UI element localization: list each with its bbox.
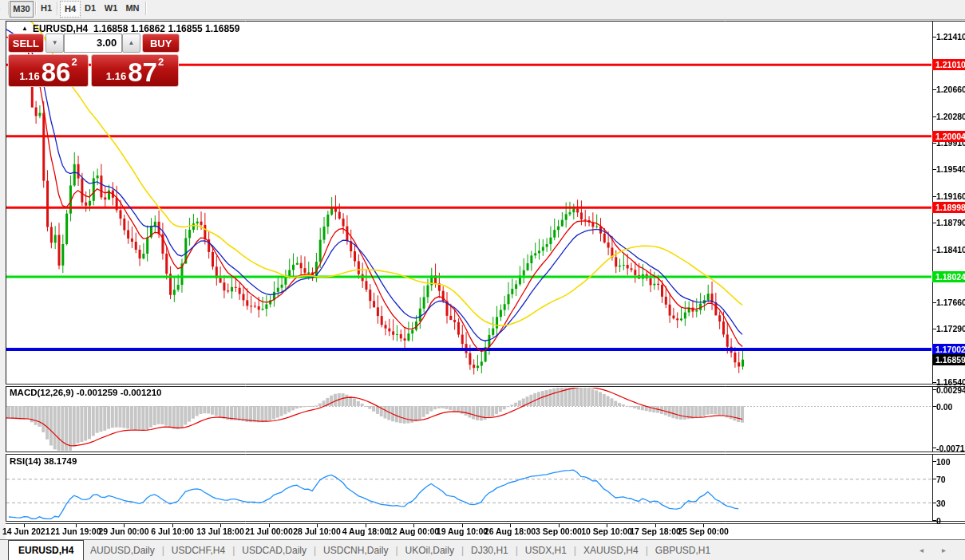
level-price-label: 1.21010	[932, 59, 965, 70]
tab-scroll-left-icon[interactable]: ◂	[920, 546, 923, 554]
sell-price-box[interactable]: 1.16 86 2	[8, 54, 89, 87]
sell-price-point: 2	[71, 55, 77, 67]
toolbar-separator	[145, 2, 147, 15]
price-tick: 1.19540	[936, 164, 965, 174]
date-axis[interactable]: 14 Jun 202121 Jun 19:0029 Jun 00:006 Jul…	[6, 524, 965, 539]
inactive-tabs: AUDUSD,Daily|USDCHF,H4|USDCAD,Daily|USDC…	[83, 540, 718, 560]
rsi-tick: 30	[936, 499, 946, 508]
price-tick: 1.20660	[936, 85, 965, 94]
toolbar-separator	[57, 2, 58, 15]
buy-price-pips: 87	[128, 61, 157, 85]
price-tick: 1.17290	[936, 324, 965, 333]
buy-price-point: 2	[158, 55, 164, 67]
volume-decrease-button[interactable]: ▼	[45, 34, 63, 53]
date-tick-label: 6 Jul 10:00	[151, 526, 194, 536]
current-price-label: 1.16859	[932, 354, 965, 365]
macd-indicator-label: MACD(12,26,9) -0.001259 -0.001210	[10, 388, 162, 397]
date-tick-label: 14 Jun 2021	[2, 526, 50, 536]
price-tick: 1.18790	[936, 218, 965, 227]
level-price-label: 1.18024	[932, 271, 965, 282]
tab-scroll-right-icon[interactable]: ▸	[942, 546, 946, 554]
tf-button-MN[interactable]: MN	[123, 1, 142, 16]
tab-usdx-h1[interactable]: USDX,H1	[518, 545, 574, 556]
chart-tab-bar: EURUSD,H4 AUDUSD,Daily|USDCHF,H4|USDCAD,…	[0, 539, 965, 560]
sell-price-prefix: 1.16	[19, 69, 39, 85]
ohlc-values: 1.16858 1.16862 1.16855 1.16859	[93, 23, 240, 34]
macd-tick: 0.00	[936, 402, 952, 412]
tab-audusd-daily[interactable]: AUDUSD,Daily	[83, 545, 162, 556]
price-tick: 1.17660	[936, 298, 965, 307]
chart-title: ▲EURUSD,H4 1.16858 1.16862 1.16855 1.168…	[22, 23, 239, 34]
toolbar-separator	[35, 2, 37, 15]
tab-usdchf-h4[interactable]: USDCHF,H4	[164, 545, 232, 556]
tab-dj30-h1[interactable]: DJ30,H1	[464, 545, 516, 556]
tab-eurusd-h4[interactable]: EURUSD,H4	[8, 540, 84, 560]
date-tick-label: 12 Aug 00:00	[388, 526, 439, 536]
date-tick-label: 10 Sep 10:00	[581, 526, 632, 536]
one-click-trade-panel: SELL ▼ 3.00 ▲ BUY 1.16 86 2 1.16 87 2	[8, 34, 180, 87]
sell-button[interactable]: SELL	[8, 34, 44, 53]
timeframe-toolbar: 5M30H1H4D1W1MN	[0, 0, 965, 20]
date-tick-label: 21 Jun 19:00	[50, 526, 101, 536]
buy-button[interactable]: BUY	[142, 34, 180, 53]
tab-usdcad-daily[interactable]: USDCAD,Daily	[235, 545, 314, 556]
symbol-label: EURUSD,H4	[33, 23, 88, 34]
price-tick: 1.20280	[936, 112, 965, 121]
buy-price-box[interactable]: 1.16 87 2	[91, 54, 179, 87]
date-tick-label: 21 Jul 00:00	[245, 526, 293, 536]
date-tick-label: 19 Aug 10:00	[437, 526, 488, 536]
date-tick-label: 3 Sep 00:00	[536, 526, 582, 536]
tf-button-5[interactable]: 5	[0, 1, 6, 16]
price-tick: 1.21410	[936, 32, 965, 41]
level-price-label: 1.20004	[932, 131, 965, 142]
macd-tick: -0.007151	[936, 444, 965, 453]
date-tick-label: 28 Jul 10:00	[293, 526, 341, 536]
date-tick-label: 17 Sep 18:00	[630, 526, 681, 536]
tab-xauusd-h4[interactable]: XAUUSD,H4	[576, 545, 646, 556]
sell-price-pips: 86	[42, 61, 71, 85]
tf-button-H4[interactable]: H4	[60, 1, 81, 18]
tab-usdcnh-daily[interactable]: USDCNH,Daily	[316, 545, 395, 556]
volume-input[interactable]: 3.00	[64, 34, 122, 53]
level-price-label: 1.18998	[932, 202, 965, 213]
date-tick-label: 4 Aug 18:00	[342, 526, 390, 536]
toolbar-separator	[8, 2, 10, 15]
macd-tick: 0.002947	[936, 385, 965, 395]
tf-button-W1[interactable]: W1	[102, 1, 120, 16]
price-tick: 1.19160	[936, 191, 965, 201]
tab-gbpusd-h1[interactable]: GBPUSD,H1	[648, 545, 718, 556]
date-tick-label: 13 Jul 18:00	[196, 526, 244, 536]
price-axis[interactable]: 1.214101.206601.202801.199101.195401.191…	[933, 21, 965, 524]
rsi-tick: 100	[936, 457, 951, 467]
buy-price-prefix: 1.16	[106, 69, 126, 85]
tf-button-M30[interactable]: M30	[10, 1, 34, 18]
volume-increase-button[interactable]: ▲	[122, 34, 140, 53]
tf-button-H1[interactable]: H1	[38, 1, 55, 16]
tab-ukoil-daily[interactable]: UKOil,Daily	[398, 545, 461, 556]
date-tick-label: 25 Sep 00:00	[678, 526, 729, 536]
price-tick: 1.18410	[936, 245, 965, 254]
tf-button-D1[interactable]: D1	[81, 1, 99, 16]
expander-triangle-icon[interactable]: ▲	[22, 25, 28, 32]
rsi-indicator-label: RSI(14) 38.1749	[10, 456, 77, 466]
date-tick-label: 26 Aug 18:00	[484, 526, 536, 536]
trade-controls-row: SELL ▼ 3.00 ▲ BUY	[8, 34, 180, 53]
rsi-tick: 70	[936, 475, 946, 484]
date-tick-label: 29 Jun 00:00	[98, 526, 148, 536]
trade-quotes-row: 1.16 86 2 1.16 87 2	[8, 54, 180, 87]
